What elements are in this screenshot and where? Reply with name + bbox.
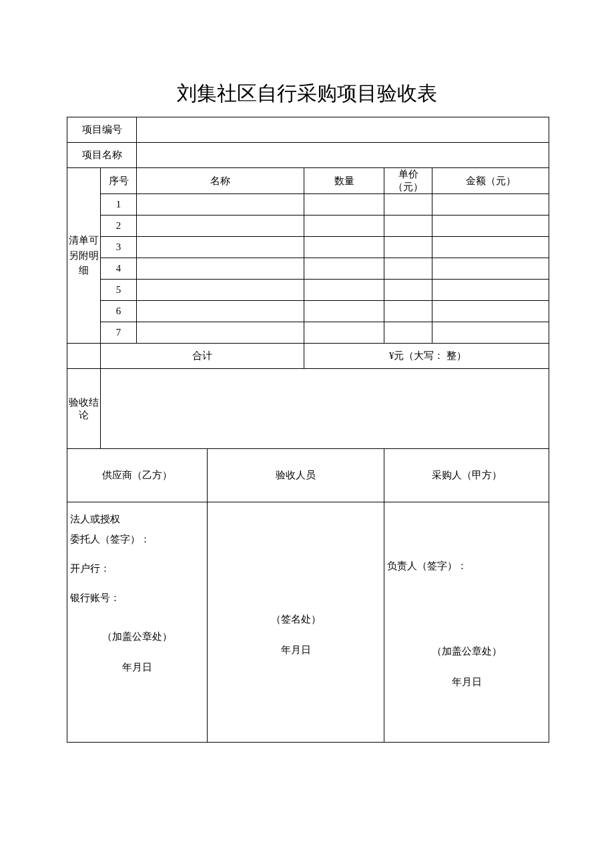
- table-row: 3: [67, 237, 549, 258]
- cell-no: 7: [101, 322, 137, 344]
- label-conclusion: 验收结论: [67, 369, 101, 449]
- acceptance-table: 项目编号 项目名称 清单可另附明细 序号 名称 数量 单价（元） 金额（元） 1…: [67, 117, 549, 743]
- inspector-sign: （签名处）: [208, 609, 384, 629]
- cell-name[interactable]: [137, 280, 304, 301]
- value-total-amount[interactable]: ¥元（大写： 整）: [304, 344, 549, 369]
- items-header: 清单可另附明细 序号 名称 数量 单价（元） 金额（元）: [67, 168, 549, 194]
- cell-no: 5: [101, 280, 137, 301]
- cell-amount[interactable]: [432, 280, 549, 301]
- table-row: 2: [67, 215, 549, 237]
- table-row: 5: [67, 280, 549, 301]
- label-list-note: 清单可另附明细: [67, 168, 101, 344]
- buyer-seal: （加盖公章处）: [387, 641, 546, 661]
- total-row: 合计 ¥元（大写： 整）: [67, 344, 549, 369]
- supplier-bank: 开户行：: [70, 558, 204, 578]
- total-spacer: [67, 344, 101, 369]
- hdr-inspector: 验收人员: [208, 449, 384, 502]
- cell-name[interactable]: [137, 215, 304, 237]
- cell-amount[interactable]: [432, 258, 549, 280]
- cell-qty[interactable]: [304, 258, 384, 280]
- value-project-name[interactable]: [137, 143, 549, 168]
- cell-amount[interactable]: [432, 215, 549, 237]
- doc-title: 刘集社区自行采购项目验收表: [67, 80, 547, 107]
- signature-header-row: 供应商（乙方） 验收人员 采购人（甲方）: [67, 449, 549, 502]
- cell-unit-price[interactable]: [384, 194, 432, 215]
- supplier-line2: 委托人（签字）：: [70, 529, 204, 549]
- table-row: 4: [67, 258, 549, 280]
- cell-no: 4: [101, 258, 137, 280]
- cell-qty[interactable]: [304, 215, 384, 237]
- conclusion-row: 验收结论: [67, 369, 549, 449]
- cell-unit-price[interactable]: [384, 301, 432, 322]
- cell-amount[interactable]: [432, 322, 549, 344]
- buyer-date: 年月日: [387, 672, 546, 692]
- cell-qty[interactable]: [304, 322, 384, 344]
- table-row: 7: [67, 322, 549, 344]
- hdr-qty: 数量: [304, 168, 384, 194]
- supplier-line1: 法人或授权: [70, 509, 204, 529]
- cell-name[interactable]: [137, 322, 304, 344]
- table-row: 6: [67, 301, 549, 322]
- cell-qty[interactable]: [304, 280, 384, 301]
- supplier-date: 年月日: [70, 657, 204, 677]
- cell-name[interactable]: [137, 194, 304, 215]
- hdr-buyer: 采购人（甲方）: [384, 449, 549, 502]
- hdr-name: 名称: [137, 168, 304, 194]
- hdr-supplier: 供应商（乙方）: [67, 449, 208, 502]
- table-row: 1: [67, 194, 549, 215]
- cell-qty[interactable]: [304, 301, 384, 322]
- supplier-account: 银行账号：: [70, 588, 204, 608]
- label-total: 合计: [101, 344, 304, 369]
- cell-no: 2: [101, 215, 137, 237]
- cell-unit-price[interactable]: [384, 258, 432, 280]
- inspector-date: 年月日: [208, 640, 384, 660]
- cell-amount[interactable]: [432, 237, 549, 258]
- cell-unit-price[interactable]: [384, 280, 432, 301]
- cell-amount[interactable]: [432, 194, 549, 215]
- cell-qty[interactable]: [304, 237, 384, 258]
- cell-unit-price[interactable]: [384, 322, 432, 344]
- value-project-no[interactable]: [137, 117, 549, 143]
- cell-no: 6: [101, 301, 137, 322]
- row-project-no: 项目编号: [67, 117, 549, 143]
- buyer-block[interactable]: 负责人（签字）： （加盖公章处） 年月日: [384, 502, 549, 743]
- hdr-unit-price: 单价（元）: [384, 168, 432, 194]
- inspector-block[interactable]: （签名处） 年月日: [208, 502, 384, 743]
- hdr-amount: 金额（元）: [432, 168, 549, 194]
- cell-name[interactable]: [137, 258, 304, 280]
- supplier-block[interactable]: 法人或授权 委托人（签字）： 开户行： 银行账号： （加盖公章处） 年月日: [67, 502, 208, 743]
- cell-amount[interactable]: [432, 301, 549, 322]
- row-project-name: 项目名称: [67, 143, 549, 168]
- buyer-line1: 负责人（签字）：: [387, 556, 546, 576]
- value-conclusion[interactable]: [101, 369, 549, 449]
- signature-body-row: 法人或授权 委托人（签字）： 开户行： 银行账号： （加盖公章处） 年月日 （签…: [67, 502, 549, 743]
- hdr-serial: 序号: [101, 168, 137, 194]
- cell-no: 3: [101, 237, 137, 258]
- cell-qty[interactable]: [304, 194, 384, 215]
- cell-unit-price[interactable]: [384, 215, 432, 237]
- cell-unit-price[interactable]: [384, 237, 432, 258]
- cell-name[interactable]: [137, 301, 304, 322]
- cell-name[interactable]: [137, 237, 304, 258]
- supplier-seal: （加盖公章处）: [70, 626, 204, 646]
- cell-no: 1: [101, 194, 137, 215]
- label-project-no: 项目编号: [67, 117, 137, 143]
- label-project-name: 项目名称: [67, 143, 137, 168]
